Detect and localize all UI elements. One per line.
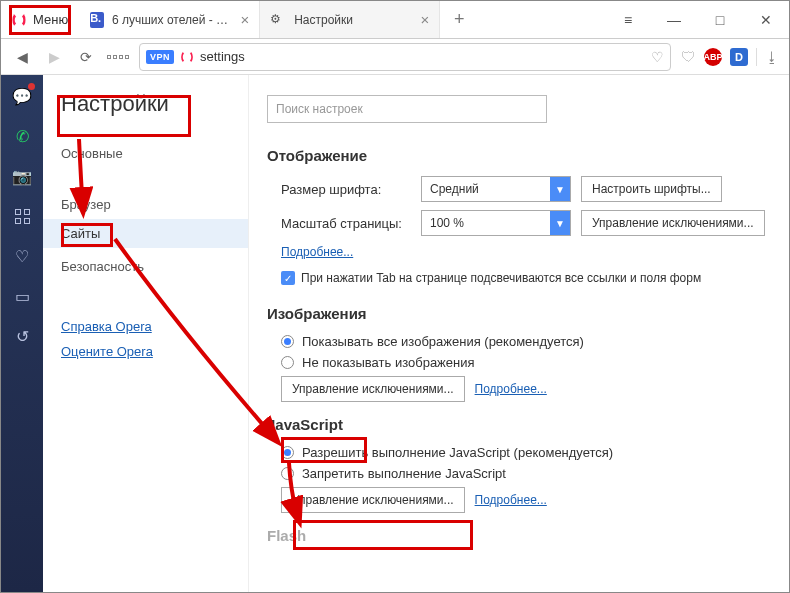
javascript-heading: JavaScript	[267, 416, 771, 433]
minimize-button[interactable]: —	[651, 1, 697, 38]
favicon-b-icon: B.	[90, 12, 104, 28]
page-zoom-label: Масштаб страницы:	[281, 216, 411, 231]
display-more-link[interactable]: Подробнее...	[281, 245, 353, 259]
customize-fonts-button[interactable]: Настроить шрифты...	[581, 176, 722, 202]
menu-label: Меню	[33, 12, 68, 27]
downloads-icon[interactable]: ⭳	[765, 49, 779, 65]
chevron-down-icon: ▼	[550, 177, 570, 201]
flash-heading: Flash	[267, 527, 771, 544]
settings-title: Настройки	[61, 91, 230, 121]
tab-close-icon[interactable]: ×	[240, 11, 249, 28]
nav-item-sites[interactable]: Сайты	[43, 219, 248, 248]
search-placeholder: Поиск настроек	[276, 102, 363, 116]
images-show-radio[interactable]	[281, 335, 294, 348]
page-body: 💬 ✆ 📷 ♡ ▭ ↺ Настройки Основные Браузер С…	[1, 75, 789, 592]
tab-settings[interactable]: ⚙ Настройки ×	[260, 1, 440, 38]
chevron-down-icon: ▼	[550, 211, 570, 235]
shield-icon[interactable]: 🛡	[681, 48, 696, 65]
divider	[756, 48, 757, 66]
new-tab-button[interactable]: +	[440, 1, 478, 38]
nav-item-basic[interactable]: Основные	[61, 139, 230, 168]
images-hide-label: Не показывать изображения	[302, 355, 475, 370]
news-icon[interactable]: ▭	[11, 285, 33, 307]
reload-button[interactable]: ⟳	[75, 46, 97, 68]
opera-logo-icon	[12, 12, 26, 28]
address-bar: ◀ ▶ ⟳ VPN settings ♡ 🛡 ABP D ⭳	[1, 39, 789, 75]
js-allow-label: Разрешить выполнение JavaScript (рекомен…	[302, 445, 613, 460]
back-button[interactable]: ◀	[11, 46, 33, 68]
gear-icon: ⚙	[270, 12, 286, 28]
vpn-badge[interactable]: VPN	[146, 50, 174, 64]
images-more-link[interactable]: Подробнее...	[475, 382, 547, 396]
help-link[interactable]: Справка Opera	[61, 319, 230, 334]
tab-strip: Меню B. 6 лучших отелей - Мертв × ⚙ Наст…	[1, 1, 789, 39]
tab-highlight-checkbox[interactable]: ✓	[281, 271, 295, 285]
tab-label: Настройки	[294, 13, 353, 27]
zoom-exceptions-button[interactable]: Управление исключениями...	[581, 210, 765, 236]
adblock-icon[interactable]: ABP	[704, 48, 722, 66]
close-button[interactable]: ✕	[743, 1, 789, 38]
images-heading: Изображения	[267, 305, 771, 322]
display-heading: Отображение	[267, 147, 771, 164]
window-controls: ≡ — □ ✕	[605, 1, 789, 38]
js-more-link[interactable]: Подробнее...	[475, 493, 547, 507]
speed-dial-button[interactable]	[107, 46, 129, 68]
settings-search-input[interactable]: Поиск настроек	[267, 95, 547, 123]
tab-hotels[interactable]: B. 6 лучших отелей - Мертв ×	[80, 1, 260, 38]
js-exceptions-button[interactable]: Управление исключениями...	[281, 487, 465, 513]
menu-button[interactable]: Меню	[1, 1, 80, 38]
extension-d-icon[interactable]: D	[730, 48, 748, 66]
tab-highlight-label: При нажатии Tab на странице подсвечивают…	[301, 271, 701, 285]
app-sidebar: 💬 ✆ 📷 ♡ ▭ ↺	[1, 75, 43, 592]
heart-icon[interactable]: ♡	[11, 245, 33, 267]
js-allow-radio[interactable]	[281, 446, 294, 459]
messenger-icon[interactable]: 💬	[11, 85, 33, 107]
tab-close-icon[interactable]: ×	[420, 11, 429, 28]
js-deny-radio[interactable]	[281, 467, 294, 480]
rate-link[interactable]: Оцените Opera	[61, 344, 230, 359]
forward-button[interactable]: ▶	[43, 46, 65, 68]
bookmark-icon[interactable]: ♡	[651, 49, 664, 65]
js-deny-label: Запретить выполнение JavaScript	[302, 466, 506, 481]
speeddial-grid-icon[interactable]	[11, 205, 33, 227]
tab-label: 6 лучших отелей - Мертв	[112, 13, 232, 27]
settings-content: Поиск настроек Отображение Размер шрифта…	[249, 75, 789, 592]
url-text: settings	[200, 49, 245, 64]
font-size-select[interactable]: Средний▼	[421, 176, 571, 202]
page-zoom-select[interactable]: 100 %▼	[421, 210, 571, 236]
font-size-label: Размер шрифта:	[281, 182, 411, 197]
maximize-button[interactable]: □	[697, 1, 743, 38]
history-icon[interactable]: ↺	[11, 325, 33, 347]
easy-setup-button[interactable]: ≡	[605, 1, 651, 38]
images-exceptions-button[interactable]: Управление исключениями...	[281, 376, 465, 402]
omnibox[interactable]: VPN settings ♡	[139, 43, 671, 71]
nav-item-security[interactable]: Безопасность	[61, 252, 230, 281]
settings-sidebar: Настройки Основные Браузер Сайты Безопас…	[43, 75, 249, 592]
whatsapp-icon[interactable]: ✆	[11, 125, 33, 147]
opera-icon	[181, 50, 193, 64]
images-hide-radio[interactable]	[281, 356, 294, 369]
images-show-label: Показывать все изображения (рекомендуетс…	[302, 334, 584, 349]
snapshot-icon[interactable]: 📷	[11, 165, 33, 187]
nav-item-browser[interactable]: Браузер	[61, 190, 230, 219]
